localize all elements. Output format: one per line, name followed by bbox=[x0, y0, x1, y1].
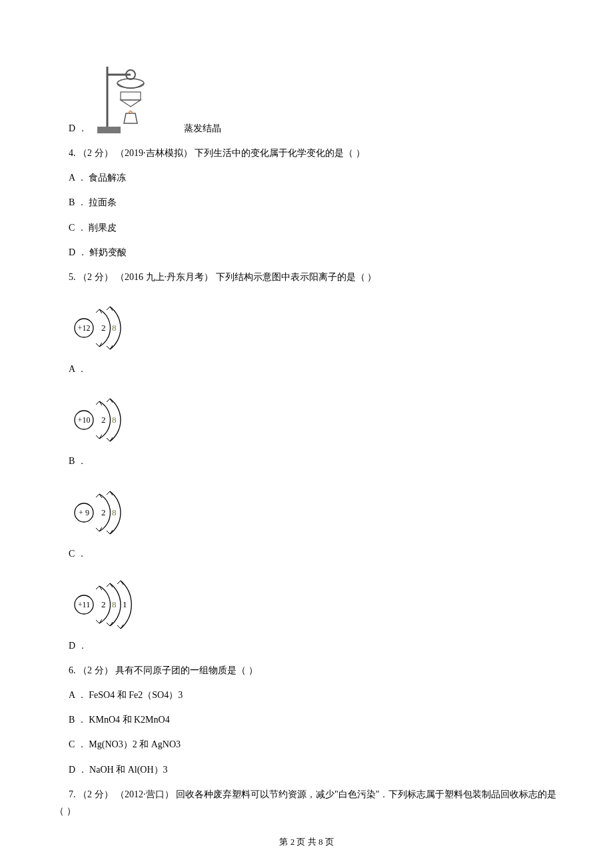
svg-text:8: 8 bbox=[112, 507, 117, 517]
svg-rect-5 bbox=[121, 92, 141, 100]
q6-optA: A ． FeSO4 和 Fe2（SO4）3 bbox=[55, 687, 558, 703]
q5-stem: 5. （2 分） （2016 九上·丹东月考） 下列结构示意图中表示阳离子的是（… bbox=[55, 269, 558, 285]
q7-stem: 7. （2 分） （2012·营口） 回收各种废弃塑料可以节约资源，减少"白色污… bbox=[55, 786, 558, 819]
nucleus-text: +12 bbox=[78, 323, 91, 333]
q3-option-d: D ． 蒸发结晶 bbox=[55, 60, 558, 137]
q5-diagram-D: +11 2 8 1 bbox=[69, 570, 558, 633]
page-footer: 第 2 页 共 8 页 bbox=[0, 834, 613, 849]
q3-optD-letter: D ． bbox=[55, 120, 87, 137]
q5-diagram-A: +12 2 8 bbox=[69, 293, 558, 357]
q5-diagram-B: +10 2 8 bbox=[69, 385, 558, 449]
q4-optA: A ． 食品解冻 bbox=[55, 169, 558, 186]
svg-text:2: 2 bbox=[101, 415, 106, 425]
svg-text:1: 1 bbox=[123, 599, 127, 609]
svg-text:8: 8 bbox=[112, 323, 117, 333]
q4-optB: B ． 拉面条 bbox=[55, 194, 558, 211]
svg-text:+11: +11 bbox=[78, 600, 90, 609]
svg-text:2: 2 bbox=[101, 507, 106, 517]
svg-rect-1 bbox=[97, 127, 121, 133]
svg-point-4 bbox=[117, 79, 144, 88]
q4-optD: D ． 鲜奶变酸 bbox=[55, 244, 558, 261]
svg-text:+10: +10 bbox=[78, 415, 91, 425]
q6-optC: C ． Mg(NO3）2 和 AgNO3 bbox=[55, 736, 558, 753]
q3-optD-text: 蒸发结晶 bbox=[184, 120, 221, 137]
evaporation-apparatus-image bbox=[94, 60, 161, 137]
q5-optD: D ． bbox=[55, 637, 558, 654]
q4-stem: 4. （2 分） （2019·吉林模拟） 下列生活中的变化属于化学变化的是（ ） bbox=[55, 145, 558, 161]
q4-optC: C ． 削果皮 bbox=[55, 219, 558, 236]
q5-diagram-C: + 9 2 8 bbox=[69, 478, 558, 541]
svg-text:+ 9: + 9 bbox=[79, 508, 89, 517]
q6-stem: 6. （2 分） 具有不同原子团的一组物质是（ ） bbox=[55, 662, 558, 679]
svg-text:8: 8 bbox=[112, 599, 117, 609]
svg-marker-6 bbox=[124, 113, 137, 123]
svg-text:2: 2 bbox=[101, 599, 106, 609]
q5-optA: A ． bbox=[55, 361, 558, 377]
q5-optB: B ． bbox=[55, 453, 558, 469]
q6-optD: D ． NaOH 和 Al(OH）3 bbox=[55, 761, 558, 778]
svg-text:8: 8 bbox=[112, 415, 117, 425]
svg-text:2: 2 bbox=[101, 323, 106, 333]
q5-optC: C ． bbox=[55, 545, 558, 562]
q6-optB: B ． KMnO4 和 K2MnO4 bbox=[55, 711, 558, 728]
q7-stem-text: 7. （2 分） （2012·营口） 回收各种废弃塑料可以节约资源，减少"白色污… bbox=[55, 789, 556, 816]
